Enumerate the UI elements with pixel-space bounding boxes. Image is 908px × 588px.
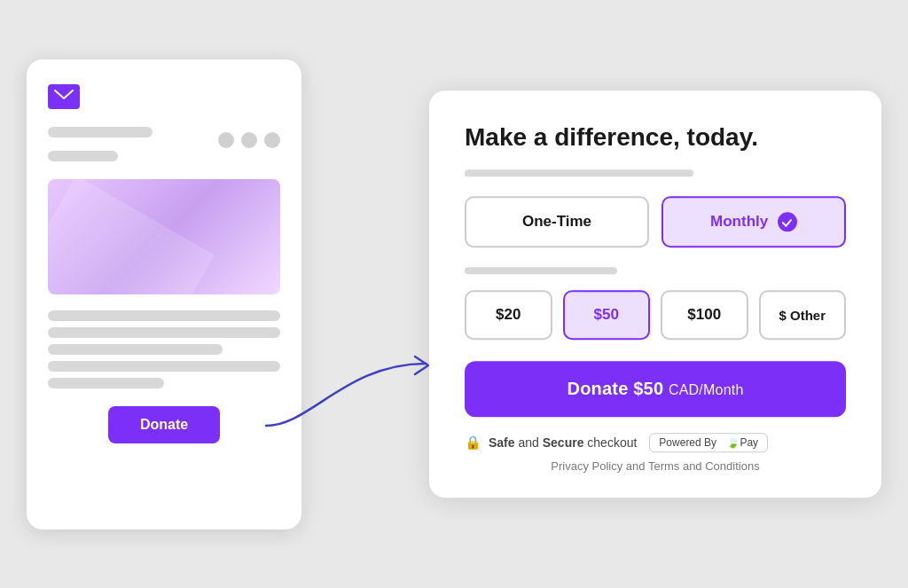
secure-checkout-row: 🔒 Safe and Secure checkout Powered By 🍃P… xyxy=(465,433,846,452)
amount-100-button[interactable]: $100 xyxy=(661,290,748,340)
circle-dot-1 xyxy=(218,132,234,148)
monthly-check-badge xyxy=(778,212,797,231)
powered-by-badge: Powered By 🍃Pay xyxy=(649,433,768,452)
text-line-4 xyxy=(48,361,280,372)
main-scene: Donate Make a difference, today. One-Tim… xyxy=(0,0,908,588)
wireframe-header-row xyxy=(48,127,280,169)
one-time-button[interactable]: One-Time xyxy=(465,196,649,247)
secure-text: Safe and Secure checkout xyxy=(489,435,637,450)
placeholder-line-2 xyxy=(48,151,118,161)
circles-row xyxy=(218,132,280,148)
top-divider-bar xyxy=(465,169,693,176)
main-donate-button[interactable]: Donate $50 CAD/Month xyxy=(465,361,846,417)
text-line-1 xyxy=(48,310,280,321)
amount-divider-bar xyxy=(465,267,617,274)
text-line-5 xyxy=(48,378,164,388)
frequency-options-row: One-Time Monthly xyxy=(465,196,846,247)
wireframe-image xyxy=(48,179,280,294)
lock-icon: 🔒 xyxy=(465,435,481,451)
wireframe-text-lines xyxy=(48,310,280,388)
form-title: Make a difference, today. xyxy=(465,122,846,153)
placeholder-line-1 xyxy=(48,127,153,137)
amount-options-row: $20 $50 $100 $ Other xyxy=(465,290,846,340)
svg-rect-0 xyxy=(54,89,74,105)
monthly-button[interactable]: Monthly xyxy=(661,196,846,247)
amount-50-button[interactable]: $50 xyxy=(563,290,651,340)
amount-20-button[interactable]: $20 xyxy=(465,290,552,340)
circle-dot-2 xyxy=(241,132,257,148)
left-donate-button[interactable]: Donate xyxy=(108,406,220,443)
amount-other-button[interactable]: $ Other xyxy=(759,290,847,340)
circle-dot-3 xyxy=(264,132,280,148)
envelope-icon xyxy=(48,84,80,109)
privacy-policy-text[interactable]: Privacy Policy and Terms and Conditions xyxy=(465,459,846,473)
text-line-2 xyxy=(48,327,280,338)
text-line-3 xyxy=(48,344,223,355)
donation-form-card: Make a difference, today. One-Time Month… xyxy=(429,90,881,498)
left-card-wireframe: Donate xyxy=(27,59,301,529)
